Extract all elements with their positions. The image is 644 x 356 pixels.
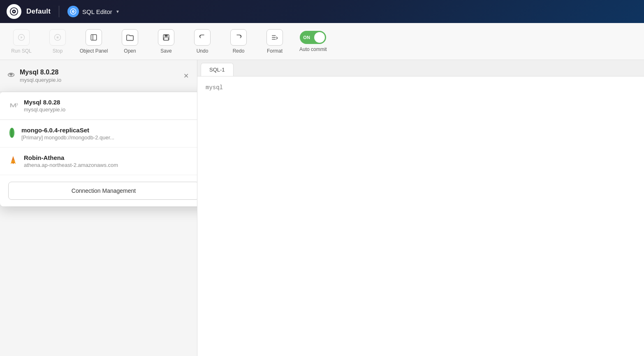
section-label: SQL Editor <box>82 8 112 15</box>
athena-connection-name: Robin-Athena <box>24 154 197 161</box>
svg-marker-7 <box>21 36 23 39</box>
format-label: Format <box>267 48 283 54</box>
app-logo <box>7 4 21 19</box>
toolbar: Run SQL Stop Object Panel Open <box>0 23 644 60</box>
connection-host: mysql.querypie.io <box>20 77 178 83</box>
close-button[interactable]: ✕ <box>182 70 190 81</box>
redo-button[interactable]: Redo <box>220 25 257 58</box>
editor-tabs: SQL-1 <box>197 60 644 76</box>
object-panel-label: Object Panel <box>80 48 108 54</box>
toggle-knob <box>314 32 325 43</box>
run-sql-label: Run SQL <box>11 48 31 54</box>
dropdown-footer: Connection Management <box>0 175 197 206</box>
svg-rect-10 <box>91 35 97 40</box>
stop-icon <box>49 29 66 46</box>
athena-connection-host: athena.ap-northeast-2.amazonaws.com <box>24 162 197 168</box>
editor-tab-sql1[interactable]: SQL-1 <box>201 63 234 76</box>
editor-line: mysql <box>206 83 636 92</box>
undo-button[interactable]: Undo <box>184 25 220 58</box>
redo-label: Redo <box>233 48 245 54</box>
stop-button[interactable]: Stop <box>39 25 76 58</box>
auto-commit-wrapper: ON Auto commit <box>299 31 327 52</box>
mysql-connection-info: Mysql 8.0.28 mysql.querypie.io <box>24 99 197 113</box>
run-sql-icon <box>13 29 30 46</box>
object-panel-button[interactable]: Object Panel <box>76 25 112 58</box>
mysql-connection-name: Mysql 8.0.28 <box>24 99 197 106</box>
svg-point-2 <box>13 11 15 12</box>
editor-area: SQL-1 mysql <box>197 60 644 356</box>
svg-point-5 <box>73 11 74 12</box>
chevron-down-icon: ▾ <box>116 9 119 14</box>
editor-content[interactable]: mysql <box>197 76 644 356</box>
connection-name: Mysql 8.0.28 <box>20 69 178 76</box>
auto-commit-toggle[interactable]: ON <box>300 31 326 44</box>
svg-rect-9 <box>57 36 59 38</box>
athena-icon <box>8 155 18 167</box>
svg-rect-13 <box>164 35 168 37</box>
open-button[interactable]: Open <box>112 25 148 58</box>
mongo-icon <box>8 127 16 141</box>
open-icon <box>122 29 138 46</box>
format-button[interactable]: Format <box>257 25 293 58</box>
save-button[interactable]: Save <box>148 25 184 58</box>
run-sql-button[interactable]: Run SQL <box>3 25 39 58</box>
section-icon <box>67 6 79 17</box>
svg-point-18 <box>11 74 12 75</box>
connection-item-mysql[interactable]: Mysql 8.0.28 mysql.querypie.io <box>0 92 197 120</box>
connection-item-athena[interactable]: Robin-Athena athena.ap-northeast-2.amazo… <box>0 148 197 175</box>
connection-header[interactable]: Mysql 8.0.28 mysql.querypie.io ✕ <box>0 60 197 92</box>
redo-icon <box>230 29 247 46</box>
top-bar: Default SQL Editor ▾ <box>0 0 644 23</box>
mysql-icon <box>8 100 18 112</box>
connection-info: Mysql 8.0.28 mysql.querypie.io <box>20 69 178 83</box>
svg-rect-14 <box>164 37 169 40</box>
section-selector[interactable]: SQL Editor ▾ <box>67 6 119 17</box>
connection-dropdown: Mysql 8.0.28 mysql.querypie.io <box>0 92 197 206</box>
connection-management-button[interactable]: Connection Management <box>8 182 197 200</box>
open-label: Open <box>124 48 136 54</box>
mysql-connection-host: mysql.querypie.io <box>24 106 197 113</box>
editor-tab-label: SQL-1 <box>209 67 225 73</box>
stop-label: Stop <box>53 48 63 54</box>
format-icon <box>266 29 283 46</box>
connection-item-mongo[interactable]: mongo-6.0.4-replicaSet [Primary] mongodb… <box>0 120 197 148</box>
undo-icon <box>194 29 211 46</box>
mongo-connection-info: mongo-6.0.4-replicaSet [Primary] mongodb… <box>21 127 197 141</box>
save-label: Save <box>160 48 171 54</box>
mongo-connection-name: mongo-6.0.4-replicaSet <box>21 127 197 134</box>
mongo-connection-host: [Primary] mongodb://mongodb-2.quer... <box>21 134 197 141</box>
athena-connection-info: Robin-Athena athena.ap-northeast-2.amazo… <box>24 154 197 168</box>
app-title: Default <box>26 7 51 16</box>
connection-icon <box>7 70 16 82</box>
save-icon <box>158 29 174 46</box>
toggle-on-label: ON <box>303 35 310 40</box>
top-bar-divider <box>59 6 59 17</box>
undo-label: Undo <box>197 48 208 54</box>
sidebar: Mysql 8.0.28 mysql.querypie.io ✕ Mysql 8… <box>0 60 197 356</box>
object-panel-icon <box>86 29 102 46</box>
main-layout: Mysql 8.0.28 mysql.querypie.io ✕ Mysql 8… <box>0 60 644 356</box>
auto-commit-label: Auto commit <box>299 46 327 52</box>
